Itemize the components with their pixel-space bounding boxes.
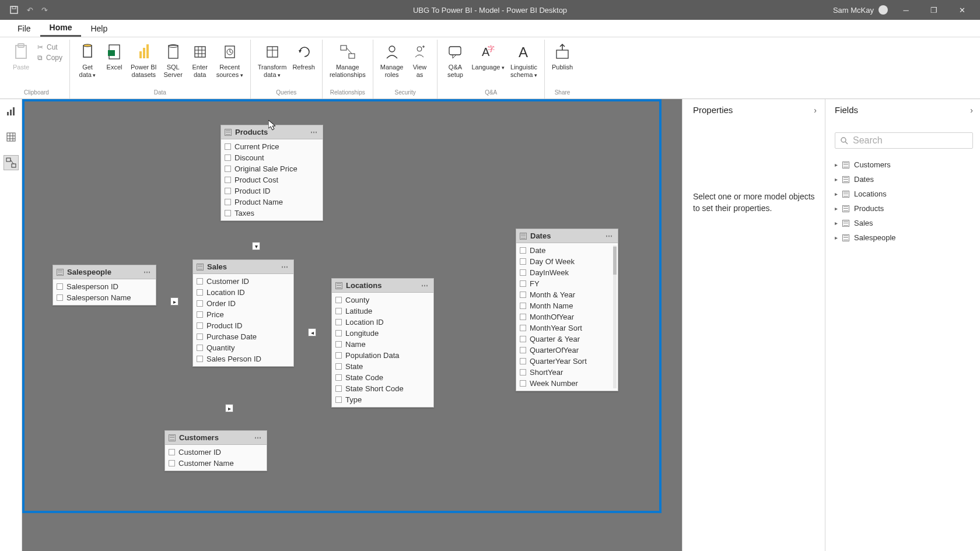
field-row[interactable]: QuarterYear Sort xyxy=(516,356,618,367)
qna-setup-button[interactable]: Q&A setup xyxy=(442,41,468,80)
field-row[interactable]: Product ID xyxy=(193,320,293,331)
table-products[interactable]: Products ⋯ Current PriceDiscountOriginal… xyxy=(220,125,323,221)
redo-icon[interactable]: ↷ xyxy=(41,6,48,15)
field-row[interactable]: Day Of Week xyxy=(516,256,618,267)
field-checkbox[interactable] xyxy=(197,322,203,329)
fields-tree-item[interactable]: ▸Sales xyxy=(835,217,973,229)
expand-icon[interactable]: ▸ xyxy=(835,162,838,168)
field-row[interactable]: Purchase Date xyxy=(193,331,293,342)
expand-icon[interactable]: ▸ xyxy=(835,176,838,183)
model-canvas[interactable]: ▾ ▸ ◂ ▸ 1 * 1 * 1 1 Products ⋯ Current P… xyxy=(22,99,682,551)
field-row[interactable]: Location ID xyxy=(332,317,433,328)
expand-icon[interactable]: ▸ xyxy=(835,220,838,226)
field-row[interactable]: Name xyxy=(332,339,433,350)
field-checkbox[interactable] xyxy=(520,369,526,375)
field-row[interactable]: Product ID xyxy=(221,185,323,196)
field-checkbox[interactable] xyxy=(169,449,175,455)
field-row[interactable]: ShortYear xyxy=(516,367,618,378)
field-checkbox[interactable] xyxy=(335,330,342,336)
table-salespeople[interactable]: Salespeople ⋯ Salesperson IDSalesperson … xyxy=(52,265,156,306)
table-menu-icon[interactable]: ⋯ xyxy=(144,268,151,276)
field-checkbox[interactable] xyxy=(335,396,342,403)
field-row[interactable]: Month Name xyxy=(516,300,618,311)
field-checkbox[interactable] xyxy=(520,336,526,342)
field-checkbox[interactable] xyxy=(197,356,203,362)
table-dates[interactable]: Dates ⋯ DateDay Of WeekDayInWeekFYMonth … xyxy=(516,229,618,391)
report-view-button[interactable] xyxy=(4,104,19,119)
rel-arrow-locations-sales[interactable]: ◂ xyxy=(308,328,316,336)
field-checkbox[interactable] xyxy=(520,347,526,353)
field-checkbox[interactable] xyxy=(520,258,526,265)
language-button[interactable]: A字 Language ▾ xyxy=(469,41,506,80)
enter-data-button[interactable]: Enter data xyxy=(187,41,213,80)
field-checkbox[interactable] xyxy=(169,460,175,466)
get-data-button[interactable]: Get data ▾ xyxy=(75,41,100,80)
field-checkbox[interactable] xyxy=(335,319,342,325)
pbi-datasets-button[interactable]: Power BI datasets xyxy=(128,41,159,80)
field-checkbox[interactable] xyxy=(225,155,231,161)
field-row[interactable]: Customer ID xyxy=(193,276,293,287)
field-row[interactable]: County xyxy=(332,294,433,306)
field-checkbox[interactable] xyxy=(335,385,342,392)
table-header-products[interactable]: Products ⋯ xyxy=(221,125,323,139)
rel-arrow-products-sales[interactable]: ▾ xyxy=(252,242,260,250)
field-checkbox[interactable] xyxy=(57,294,63,301)
field-checkbox[interactable] xyxy=(225,177,231,183)
field-checkbox[interactable] xyxy=(335,308,342,314)
model-view-button[interactable] xyxy=(4,155,19,170)
field-checkbox[interactable] xyxy=(225,166,231,172)
expand-icon[interactable]: ▸ xyxy=(835,234,838,241)
table-menu-icon[interactable]: ⋯ xyxy=(606,232,613,240)
field-checkbox[interactable] xyxy=(335,297,342,303)
field-row[interactable]: Product Name xyxy=(221,196,323,208)
field-row[interactable]: State Short Code xyxy=(332,383,433,394)
field-row[interactable]: Location ID xyxy=(193,287,293,298)
field-row[interactable]: Quarter & Year xyxy=(516,334,618,345)
recent-sources-button[interactable]: Recent sources ▾ xyxy=(214,41,246,80)
expand-icon[interactable]: ▸ xyxy=(835,205,838,212)
fields-tree-item[interactable]: ▸Locations xyxy=(835,188,973,199)
field-checkbox[interactable] xyxy=(520,325,526,331)
field-checkbox[interactable] xyxy=(197,278,203,285)
field-row[interactable]: Quantity xyxy=(193,342,293,353)
field-row[interactable]: Week Number xyxy=(516,378,618,389)
field-row[interactable]: Customer ID xyxy=(165,447,267,458)
user-badge[interactable]: Sam McKay xyxy=(833,5,888,15)
field-checkbox[interactable] xyxy=(197,311,203,318)
field-checkbox[interactable] xyxy=(520,380,526,387)
fields-search-input[interactable]: Search xyxy=(835,132,973,149)
field-checkbox[interactable] xyxy=(57,283,63,290)
rel-arrow-customers-sales[interactable]: ▸ xyxy=(225,404,233,412)
undo-icon[interactable]: ↶ xyxy=(27,6,33,15)
field-row[interactable]: Longitude xyxy=(332,328,433,339)
field-row[interactable]: Month & Year xyxy=(516,289,618,300)
fields-tree-item[interactable]: ▸Dates xyxy=(835,174,973,185)
table-header-dates[interactable]: Dates ⋯ xyxy=(516,229,618,243)
field-checkbox[interactable] xyxy=(197,289,203,296)
manage-roles-button[interactable]: Manage roles xyxy=(378,41,406,80)
field-row[interactable]: Customer Name xyxy=(165,458,267,469)
field-checkbox[interactable] xyxy=(520,314,526,320)
sql-server-button[interactable]: SQL Server xyxy=(160,41,186,80)
fields-tree-item[interactable]: ▸Salespeople xyxy=(835,232,973,243)
field-row[interactable]: Original Sale Price xyxy=(221,163,323,174)
field-checkbox[interactable] xyxy=(520,292,526,298)
field-row[interactable]: Latitude xyxy=(332,306,433,317)
field-row[interactable]: Population Data xyxy=(332,350,433,361)
field-row[interactable]: MonthYear Sort xyxy=(516,322,618,334)
manage-relationships-button[interactable]: Manage relationships xyxy=(327,41,368,80)
maximize-button[interactable]: ❐ xyxy=(924,1,944,19)
menu-file[interactable]: File xyxy=(8,20,40,37)
field-row[interactable]: State xyxy=(332,361,433,372)
table-header-locations[interactable]: Locations ⋯ xyxy=(332,279,433,293)
data-view-button[interactable] xyxy=(4,129,19,145)
collapse-fields-icon[interactable]: › xyxy=(970,106,973,115)
table-menu-icon[interactable]: ⋯ xyxy=(254,434,262,442)
close-button[interactable]: ✕ xyxy=(952,1,972,19)
rel-arrow-salespeople-sales[interactable]: ▸ xyxy=(170,297,178,306)
field-row[interactable]: FY xyxy=(516,278,618,289)
field-row[interactable]: Product Cost xyxy=(221,174,323,185)
table-header-sales[interactable]: Sales ⋯ xyxy=(193,260,293,274)
field-row[interactable]: QuarterOfYear xyxy=(516,345,618,356)
field-checkbox[interactable] xyxy=(520,280,526,287)
